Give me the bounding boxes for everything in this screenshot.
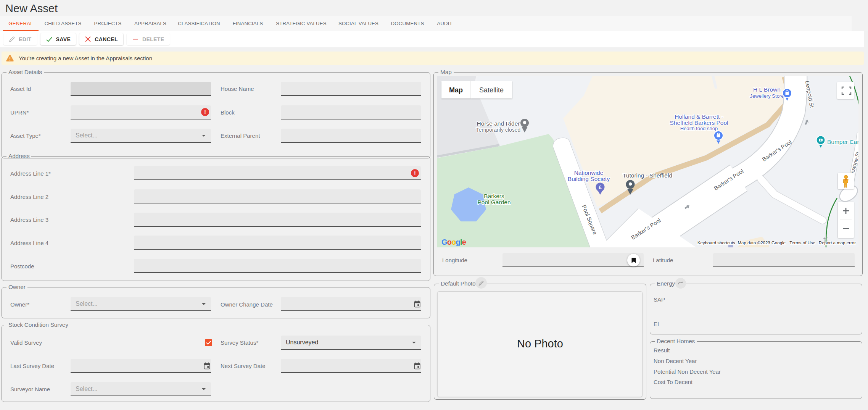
- svg-text:Map: Map: [449, 86, 463, 94]
- svg-text:Map data ©2023 Google: Map data ©2023 Google: [738, 241, 786, 245]
- svg-text:Bumper Cars: Bumper Cars: [827, 139, 858, 145]
- svg-text:Tutoring - Sheffield: Tutoring - Sheffield: [623, 172, 672, 179]
- svg-text:£: £: [599, 184, 602, 190]
- svg-text:Building Society: Building Society: [568, 176, 610, 182]
- svg-text:Pool Garden: Pool Garden: [477, 199, 510, 205]
- svg-text:Temporarily closed: Temporarily closed: [476, 127, 521, 133]
- svg-text:Terms of Use: Terms of Use: [789, 241, 815, 245]
- svg-text:Jewellery Store: Jewellery Store: [750, 93, 784, 99]
- svg-text:Sheffield Barkers Pool: Sheffield Barkers Pool: [670, 119, 728, 126]
- svg-text:Keyboard shortcuts: Keyboard shortcuts: [697, 241, 735, 245]
- svg-text:Health food shop: Health food shop: [680, 126, 718, 131]
- svg-text:Holland & Barrett -: Holland & Barrett -: [675, 113, 723, 120]
- svg-text:H L Brown: H L Brown: [753, 86, 781, 93]
- svg-text:Barkers: Barkers: [484, 193, 504, 199]
- svg-text:Nationwide: Nationwide: [574, 169, 604, 176]
- svg-text:Report a map error: Report a map error: [819, 241, 856, 245]
- svg-text:Horse and Rider: Horse and Rider: [477, 120, 520, 127]
- svg-text:Satellite: Satellite: [479, 86, 504, 94]
- svg-text:Google: Google: [441, 238, 466, 246]
